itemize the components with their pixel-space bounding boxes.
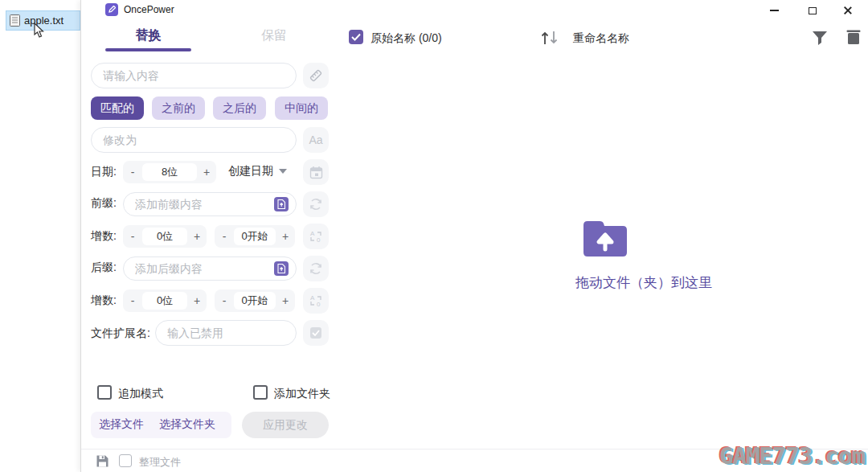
letter-to-number-icon: A 0 (309, 293, 323, 308)
content-input[interactable] (91, 63, 297, 88)
suffix-label: 后缀: (91, 261, 117, 275)
inc1-start-plus[interactable]: + (276, 225, 295, 248)
inc2-start-plus[interactable]: + (276, 289, 295, 312)
drop-zone[interactable]: 拖动文件（夹）到这里 (419, 64, 868, 434)
select-folder-button[interactable]: 选择文件夹 (159, 417, 215, 432)
inc1-start-value: 0开始 (234, 228, 276, 245)
date-digits-minus[interactable]: - (123, 161, 142, 183)
trash-icon[interactable] (845, 28, 862, 46)
tab-keep[interactable]: 保留 (246, 27, 302, 48)
inc1-start-minus[interactable]: - (215, 225, 234, 248)
replace-with-input[interactable] (91, 127, 297, 153)
inc2-digits-plus[interactable]: + (187, 289, 207, 312)
sort-icon[interactable] (539, 30, 560, 46)
date-digits-stepper: - 8位 + (123, 161, 216, 183)
chevron-down-icon (279, 169, 287, 174)
increment1-start-stepper: - 0开始 + (215, 225, 295, 248)
upload-folder-icon (580, 219, 630, 259)
filter-icon[interactable] (811, 29, 829, 47)
mode-match-button[interactable]: 匹配的 (91, 96, 144, 120)
import-file-icon (277, 199, 285, 209)
calendar-button[interactable] (303, 159, 329, 185)
inc2-digits-value: 0位 (142, 292, 187, 310)
desktop-background: apple.txt (0, 0, 80, 472)
date-digits-value: 8位 (142, 163, 197, 181)
increment1-label: 增数: (91, 229, 117, 244)
increment1-digits-stepper: - 0位 + (123, 225, 207, 248)
close-button[interactable] (831, 0, 865, 21)
add-folder-label: 添加文件夹 (274, 387, 330, 401)
mode-before-button[interactable]: 之前的 (152, 96, 205, 120)
app-title: OncePower (124, 4, 174, 15)
case-icon: Aa (309, 133, 322, 146)
save-icon[interactable] (96, 454, 109, 468)
extension-input[interactable] (155, 320, 297, 346)
svg-text:A: A (310, 294, 315, 302)
suffix-input[interactable] (123, 257, 297, 281)
calendar-icon (309, 166, 323, 179)
increment2-label: 增数: (91, 293, 117, 308)
original-name-label: 原始名称 (0/0) (371, 31, 442, 46)
inc1-digits-plus[interactable]: + (187, 225, 207, 248)
select-all-checkbox[interactable] (349, 30, 363, 44)
check-icon (351, 33, 361, 41)
watermark: GAME773.com (719, 442, 865, 470)
case-toggle-button[interactable]: Aa (303, 127, 329, 153)
extension-label: 文件扩展名: (91, 326, 150, 341)
inc2-start-value: 0开始 (234, 292, 276, 310)
inc1-digits-minus[interactable]: - (123, 225, 142, 248)
append-mode-checkbox[interactable] (97, 385, 112, 400)
organize-files-label: 整理文件 (139, 455, 181, 470)
rename-name-label: 重命名名称 (573, 31, 629, 46)
mode-after-button[interactable]: 之后的 (213, 96, 266, 120)
document-icon (10, 14, 20, 27)
inc2-digits-minus[interactable]: - (123, 289, 142, 312)
svg-text:0: 0 (317, 236, 321, 244)
checked-box-icon (309, 326, 322, 339)
refresh-icon (309, 261, 323, 276)
letter-to-number-icon: A 0 (309, 229, 323, 244)
suffix-import-button[interactable] (274, 261, 289, 276)
date-digits-plus[interactable]: + (197, 161, 216, 183)
lightning-pen-icon (108, 6, 116, 14)
prefix-refresh-button[interactable] (303, 191, 329, 217)
suffix-refresh-button[interactable] (303, 256, 329, 281)
app-window: OncePower 替换 保留 原始名称 (0/0) 重命名名称 (80, 0, 868, 472)
date-type-dropdown[interactable]: 创建日期 (228, 164, 287, 179)
prefix-input[interactable] (123, 192, 297, 216)
inc2-start-minus[interactable]: - (215, 289, 234, 312)
mode-middle-button[interactable]: 中间的 (275, 96, 328, 120)
close-icon (843, 6, 853, 15)
active-tab-underline (105, 48, 191, 51)
add-folder-checkbox[interactable] (253, 385, 268, 400)
prefix-label: 前缀: (91, 196, 117, 211)
date-type-value: 创建日期 (228, 164, 273, 179)
select-file-button[interactable]: 选择文件 (99, 417, 144, 432)
prefix-import-button[interactable] (274, 197, 289, 211)
minimize-button[interactable] (757, 0, 791, 21)
svg-text:0: 0 (317, 301, 321, 308)
drop-zone-text: 拖动文件（夹）到这里 (483, 273, 805, 292)
inc1-digits-value: 0位 (142, 228, 187, 245)
minimize-icon (770, 10, 779, 11)
tab-replace[interactable]: 替换 (105, 27, 191, 48)
ruler-icon (309, 68, 323, 83)
refresh-icon (309, 197, 323, 211)
mouse-cursor (33, 23, 44, 39)
maximize-button[interactable] (796, 0, 829, 21)
organize-files-checkbox[interactable] (119, 454, 132, 467)
increment2-start-stepper: - 0开始 + (215, 289, 295, 312)
maximize-icon (809, 7, 817, 14)
import-file-icon (277, 264, 285, 273)
prefix-letter-number-button[interactable]: A 0 (303, 224, 329, 249)
extension-toggle-button[interactable] (303, 320, 329, 346)
append-mode-label: 追加模式 (118, 387, 163, 401)
suffix-letter-number-button[interactable]: A 0 (303, 288, 329, 314)
app-logo (105, 3, 118, 16)
ruler-button[interactable] (303, 63, 329, 88)
apply-changes-button[interactable]: 应用更改 (242, 412, 329, 438)
svg-text:A: A (310, 230, 315, 237)
increment2-digits-stepper: - 0位 + (123, 289, 207, 312)
date-label: 日期: (91, 165, 117, 179)
titlebar: OncePower (81, 0, 868, 21)
